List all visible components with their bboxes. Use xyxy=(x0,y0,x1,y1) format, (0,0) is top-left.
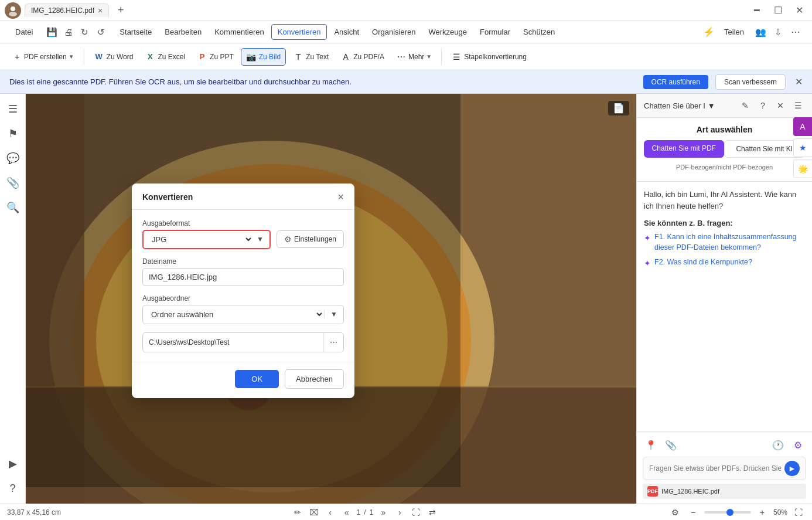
next-page-btn[interactable]: › xyxy=(393,506,406,519)
sidebar-attachments-icon[interactable]: 📎 xyxy=(2,172,23,193)
window-close-button[interactable]: ✕ xyxy=(791,2,807,19)
menu-ansicht[interactable]: Ansicht xyxy=(328,25,365,39)
menu-werkzeuge[interactable]: Werkzeuge xyxy=(423,25,473,39)
chat-attach-icon[interactable]: 📎 xyxy=(663,437,679,453)
minimize-button[interactable]: ━ xyxy=(749,2,765,19)
format-select-wrapper[interactable]: JPG PNG BMP TIFF ▼ xyxy=(142,230,271,249)
zu-word-button[interactable]: W Zu Word xyxy=(89,49,138,65)
chat-settings-small-icon[interactable]: ⚙ xyxy=(790,437,806,453)
prev-page-btn[interactable]: ‹ xyxy=(324,506,337,519)
browse-button[interactable]: ⋯ xyxy=(323,333,343,352)
menu-schutzen[interactable]: Schützen xyxy=(517,25,561,39)
sidebar-pages-icon[interactable]: ☰ xyxy=(2,98,23,120)
panel-edit-icon[interactable]: ✎ xyxy=(738,98,752,113)
zu-pdfa-button[interactable]: A Zu PDF/A xyxy=(336,49,389,65)
tab-close-button[interactable]: × xyxy=(98,6,103,15)
filename-label: Dateiname xyxy=(142,257,344,266)
menu-teilen[interactable]: Teilen xyxy=(718,25,750,39)
zu-ppt-button[interactable]: P Zu PPT xyxy=(192,49,238,65)
fit-width-icon[interactable]: ⇄ xyxy=(426,506,439,519)
zu-text-button[interactable]: T Zu Text xyxy=(288,49,333,65)
menu-kommentieren[interactable]: Kommentieren xyxy=(209,25,270,39)
zoom-slider[interactable] xyxy=(704,511,751,514)
toolbar-save-icon[interactable]: 💾 xyxy=(45,25,59,39)
suggestion-2[interactable]: ✦ F2. Was sind die Kernpunkte? xyxy=(644,257,805,270)
send-button[interactable]: ► xyxy=(784,461,800,476)
select-tool-icon[interactable]: ⌧ xyxy=(308,506,320,519)
menu-konvertieren[interactable]: Konvertieren xyxy=(271,24,327,40)
toolbar-undo-icon[interactable]: ↻ xyxy=(77,25,91,39)
menu-startseite[interactable]: Startseite xyxy=(114,25,158,39)
ocr-banner-close[interactable]: ✕ xyxy=(795,76,803,87)
fullscreen-icon[interactable]: ⛶ xyxy=(792,506,805,519)
panel-help-icon[interactable]: ? xyxy=(756,98,770,113)
modal-header: Konvertieren × xyxy=(132,183,354,210)
modal-close-button[interactable]: × xyxy=(337,192,344,202)
chat-time-icon[interactable]: 🕐 xyxy=(770,437,786,453)
bild-icon: 📷 xyxy=(246,52,257,62)
title-bar-right: ━ ☐ ✕ xyxy=(749,2,807,19)
settings-icon: ⚙ xyxy=(284,234,292,244)
more-icon[interactable]: ⋯ xyxy=(789,25,803,39)
ai-icon-1[interactable]: A xyxy=(793,117,812,136)
settings-button[interactable]: ⚙ Einstellungen xyxy=(277,230,344,248)
suggestion-1-bullet: ✦ xyxy=(644,233,651,244)
panel-settings-icon[interactable]: ☰ xyxy=(791,98,805,113)
menu-datei[interactable]: Datei xyxy=(9,25,39,39)
zoom-mode-icon[interactable]: ⚙ xyxy=(669,506,682,519)
pdf-erstellen-button[interactable]: + PDF erstellen ▼ xyxy=(7,49,79,65)
folder-select[interactable]: Ordner auswählen xyxy=(143,305,324,324)
panel-title[interactable]: Chatten Sie über I ▼ xyxy=(644,101,715,110)
first-page-btn[interactable]: « xyxy=(340,506,353,519)
maximize-button[interactable]: ☐ xyxy=(770,2,786,19)
toolbar-redo-icon[interactable]: ↺ xyxy=(94,25,108,39)
stapelkonvertierung-button[interactable]: ☰ Stapelkonvertierung xyxy=(446,49,531,65)
sidebar-comments-icon[interactable]: 💬 xyxy=(2,148,23,169)
sidebar-bookmarks-icon[interactable]: ⚑ xyxy=(2,123,23,144)
word-icon: W xyxy=(94,52,104,62)
ocr-run-button[interactable]: OCR ausführen xyxy=(643,75,708,89)
ai-icon-3[interactable]: 🌟 xyxy=(793,159,812,178)
status-right: ⚙ − + 50% ⛶ xyxy=(669,506,805,519)
menu-organisieren[interactable]: Organisieren xyxy=(366,25,421,39)
fit-page-icon[interactable]: ⛶ xyxy=(410,506,422,519)
format-select[interactable]: JPG PNG BMP TIFF xyxy=(149,234,253,244)
last-page-btn[interactable]: » xyxy=(377,506,390,519)
scan-improve-button[interactable]: Scan verbessern xyxy=(715,74,786,90)
ai-icon-2[interactable]: ★ xyxy=(793,138,812,157)
stapel-icon: ☰ xyxy=(451,52,462,62)
menu-formular[interactable]: Formular xyxy=(474,25,516,39)
filename-group: Dateiname xyxy=(142,257,344,286)
mehr-button[interactable]: ⋯ Mehr ▼ xyxy=(391,49,436,65)
chat-input-field[interactable] xyxy=(649,464,781,473)
zoom-out-btn[interactable]: − xyxy=(687,506,700,519)
panel-close-icon[interactable]: ✕ xyxy=(773,98,787,113)
path-input[interactable] xyxy=(143,334,323,351)
sidebar-search-icon[interactable]: 🔍 xyxy=(2,197,23,218)
toolbar-print-icon[interactable]: 🖨 xyxy=(61,25,75,39)
active-tab[interactable]: IMG_1286.HEIC.pdf × xyxy=(25,4,109,17)
suggestion-1[interactable]: ✦ F1. Kann ich eine Inhaltszusammenfassu… xyxy=(644,232,805,253)
ok-button[interactable]: OK xyxy=(235,370,279,388)
sidebar-help-icon[interactable]: ? xyxy=(2,478,23,499)
zu-bild-button[interactable]: 📷 Zu Bild xyxy=(241,48,286,66)
svg-point-1 xyxy=(9,12,17,16)
zu-excel-button[interactable]: X Zu Excel xyxy=(140,49,190,65)
folder-select-wrapper[interactable]: Ordner auswählen ▼ xyxy=(142,305,344,324)
chat-location-icon[interactable]: 📍 xyxy=(643,437,659,453)
share-icon[interactable]: 👥 xyxy=(753,25,767,39)
hand-tool-icon[interactable]: ✏ xyxy=(291,506,304,519)
zoom-in-btn[interactable]: + xyxy=(756,506,769,519)
tab-chat-pdf[interactable]: Chatten Sie mit PDF xyxy=(644,140,724,158)
chat-greeting: Hallo, ich bin Lumi, Ihr Al Assistent. W… xyxy=(644,189,805,212)
filename-input[interactable] xyxy=(142,268,344,286)
zoom-level: 50% xyxy=(773,508,787,516)
download-icon[interactable]: ⇩ xyxy=(771,25,785,39)
user-avatar[interactable] xyxy=(5,2,21,19)
menu-bearbeiten[interactable]: Bearbeiten xyxy=(159,25,207,39)
path-wrapper: ⋯ xyxy=(142,332,344,352)
add-tab-button[interactable]: + xyxy=(112,2,129,19)
zoom-handle xyxy=(726,509,733,516)
cancel-button[interactable]: Abbrechen xyxy=(285,369,344,389)
sidebar-layers-icon[interactable]: ▶ xyxy=(2,453,23,474)
